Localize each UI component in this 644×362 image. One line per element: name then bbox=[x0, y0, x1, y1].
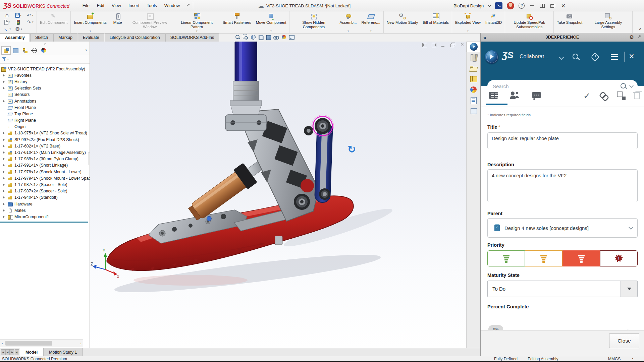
dropdown-caret-icon[interactable]: ▾ bbox=[370, 30, 372, 33]
bill-of-materials-button[interactable]: Bill of Materials bbox=[420, 11, 451, 33]
close-button[interactable]: ✕ bbox=[560, 3, 566, 9]
first-tab-button[interactable]: |◀ bbox=[1, 349, 5, 355]
tree-item-top-plane[interactable]: Top Plane bbox=[0, 111, 90, 117]
move-component-button[interactable]: Move Component▾ bbox=[254, 11, 289, 33]
tree-item-mates[interactable]: Mates bbox=[0, 207, 90, 214]
panel-settings-icon[interactable]: ⚙ bbox=[630, 34, 634, 40]
zoom-to-area-icon[interactable] bbox=[243, 34, 248, 40]
priority-critical-button[interactable] bbox=[600, 250, 638, 266]
large-assembly-settings-button[interactable]: Large Assembly Settings bbox=[585, 11, 632, 33]
expand-arrow-icon[interactable] bbox=[3, 203, 8, 205]
menu-file[interactable]: File bbox=[79, 0, 93, 11]
prosthetic-foot-model[interactable]: ↻ Y Z X bbox=[90, 42, 466, 348]
expand-arrow-icon[interactable] bbox=[3, 196, 8, 198]
panel-close-button[interactable]: Close bbox=[609, 333, 639, 348]
menu-insert[interactable]: Insert bbox=[125, 0, 143, 11]
tag-icon[interactable] bbox=[591, 53, 599, 61]
menu-tools[interactable]: Tools bbox=[143, 0, 161, 11]
tab-markup[interactable]: Markup bbox=[53, 34, 77, 42]
tree-item-annotations[interactable]: Annotations bbox=[0, 98, 90, 104]
gear-button[interactable]: ▾ bbox=[14, 26, 22, 32]
insert-components-button[interactable]: Insert Components▾ bbox=[71, 11, 109, 33]
expand-arrow-icon[interactable] bbox=[3, 100, 8, 102]
panel-tab-comments[interactable] bbox=[532, 91, 542, 101]
help-icon[interactable]: ? bbox=[519, 3, 525, 9]
taskpane-3dexperience[interactable] bbox=[467, 42, 481, 52]
expand-arrow-icon[interactable] bbox=[3, 177, 8, 179]
tree-item-1-17-987-1-spacer[interactable]: 1-17-987<1> (Spacer - Sole) bbox=[0, 181, 90, 188]
pin-icon[interactable] bbox=[185, 3, 190, 8]
expand-arrow-icon[interactable] bbox=[3, 139, 8, 141]
tile-windows-button[interactable] bbox=[540, 4, 545, 8]
3dexperience-compass-icon[interactable] bbox=[485, 50, 498, 64]
tab-evaluate[interactable]: Evaluate bbox=[78, 34, 104, 42]
taskpane-appearances-scenes[interactable] bbox=[467, 84, 481, 95]
approve-icon[interactable]: ✓ bbox=[583, 91, 593, 101]
tab-solidworks-add-ins[interactable]: SOLIDWORKS Add-Ins bbox=[165, 34, 219, 42]
scroll-right-icon[interactable]: › bbox=[78, 341, 83, 345]
tree-item-mirrorcomponent1[interactable]: MirrorComponent1 bbox=[0, 214, 90, 220]
tree-item-1-17-979-1-shock-m[interactable]: 1-17-979<1> (Shock Mount - Lower Spac bbox=[0, 175, 90, 181]
referenc-button[interactable]: Referenc...▾ bbox=[359, 11, 383, 33]
tree-item-1-18-975-1-vf2-sho[interactable]: 1-18-975<1> (VF2 Shoe Sole w/ Tread) bbox=[0, 130, 90, 136]
tree-tab-appearances[interactable] bbox=[39, 46, 48, 55]
scroll-left-icon[interactable]: ‹ bbox=[0, 341, 5, 345]
linear-component-pattern-button[interactable]: Linear Component Pattern▾ bbox=[173, 11, 220, 33]
exploded-view-button[interactable]: Exploded View▾ bbox=[453, 11, 483, 33]
maturity-dropdown-button[interactable] bbox=[621, 281, 637, 297]
tree-item-sensors[interactable]: Sensors bbox=[0, 92, 90, 98]
tree-tab-config[interactable] bbox=[20, 46, 30, 55]
undo-button[interactable]: ▾ bbox=[26, 12, 34, 18]
take-snapshot-button[interactable]: Take Snapshot bbox=[554, 11, 585, 33]
instant3d-button[interactable]: Instant3D bbox=[483, 11, 504, 33]
tree-item-1-17-978-1-shock-m[interactable]: 1-17-978<1> (Shock Mount - Lower) bbox=[0, 169, 90, 175]
workspace-chevron-icon[interactable] bbox=[488, 3, 491, 7]
tree-item-1-17-991-1-short-l[interactable]: 1-17-991<1> (Short Linkage) bbox=[0, 162, 90, 169]
priority-low-button[interactable] bbox=[487, 250, 525, 266]
rollback-bar[interactable] bbox=[0, 222, 88, 223]
tab-sketch[interactable]: Sketch bbox=[30, 34, 53, 42]
panel-grip[interactable] bbox=[0, 42, 90, 46]
tree-item-1-17-940-1-standof[interactable]: 1-17-940<1> (Standoff) bbox=[0, 194, 90, 201]
menu-window[interactable]: Window bbox=[161, 0, 183, 11]
scroll-track[interactable] bbox=[5, 341, 78, 346]
next-tab-button[interactable]: ▶ bbox=[10, 349, 14, 355]
display-style-icon[interactable] bbox=[266, 34, 271, 40]
tree-item-front-plane[interactable]: Front Plane bbox=[0, 104, 90, 111]
doc-tile-right-button[interactable] bbox=[431, 43, 437, 47]
doc-restore-button[interactable] bbox=[450, 43, 455, 47]
dropdown-caret-icon[interactable]: ▾ bbox=[20, 14, 21, 17]
rebuild-button[interactable] bbox=[17, 20, 20, 25]
tree-item-1-17-602-1-vf2-bas[interactable]: 1-17-602<1> (VF2 Base) bbox=[0, 143, 90, 149]
prev-tab-button[interactable]: ◀ bbox=[5, 349, 10, 355]
tree-item-1-17-989-1-30mm-py[interactable]: 1-17-989<1> (30mm Pylon Clamp) bbox=[0, 156, 90, 162]
link-icon[interactable] bbox=[597, 89, 611, 103]
tree-item-right-plane[interactable]: Right Plane bbox=[0, 117, 90, 124]
dropdown-caret-icon[interactable]: ▾ bbox=[467, 30, 469, 33]
maturity-select[interactable]: To Do bbox=[487, 281, 638, 297]
console-icon[interactable]: >_ bbox=[495, 2, 502, 9]
expand-arrow-icon[interactable] bbox=[3, 81, 8, 83]
dropdown-caret-icon[interactable]: ▾ bbox=[196, 30, 198, 33]
edit-appearance-icon[interactable] bbox=[281, 34, 287, 40]
ribbon-collapse-button[interactable]: ^ bbox=[639, 27, 641, 32]
show-hidden-components-button[interactable]: Show Hidden Components bbox=[290, 11, 337, 33]
expand-arrow-icon[interactable] bbox=[3, 87, 8, 89]
tree-item-1-17-987-2-spacer[interactable]: 1-17-987<2> (Spacer - Sole) bbox=[0, 188, 90, 194]
tree-item-sp-997-2-fox-float[interactable]: SP-997<2> (Fox Float DPS Shock) bbox=[0, 136, 90, 143]
tree-item-1-17-610-1-main-li[interactable]: 1-17-610<1> (Main Linkage Assembly) bbox=[0, 149, 90, 156]
taskpane-design-library[interactable] bbox=[467, 52, 481, 63]
dropdown-caret-icon[interactable]: ▾ bbox=[90, 30, 91, 33]
dropdown-caret-icon[interactable]: ▾ bbox=[9, 21, 10, 23]
graphics-viewport[interactable]: ↻ Y Z X bbox=[90, 42, 466, 348]
home-button[interactable] bbox=[4, 12, 10, 18]
taskpane-document-manager[interactable] bbox=[467, 106, 481, 117]
menu-edit[interactable]: Edit bbox=[93, 0, 108, 11]
model-tab-motion-study-1[interactable]: Motion Study 1 bbox=[43, 348, 83, 356]
restore-button[interactable] bbox=[550, 4, 555, 8]
workspace-name[interactable]: BioDapt Design bbox=[453, 3, 484, 8]
model-tab-model[interactable]: Model bbox=[20, 348, 43, 356]
assemb-button[interactable]: Assemb...▾ bbox=[337, 11, 359, 33]
tree-filter[interactable]: ▾ bbox=[0, 55, 90, 64]
tree-item-selection-sets[interactable]: Selection Sets bbox=[0, 85, 90, 92]
